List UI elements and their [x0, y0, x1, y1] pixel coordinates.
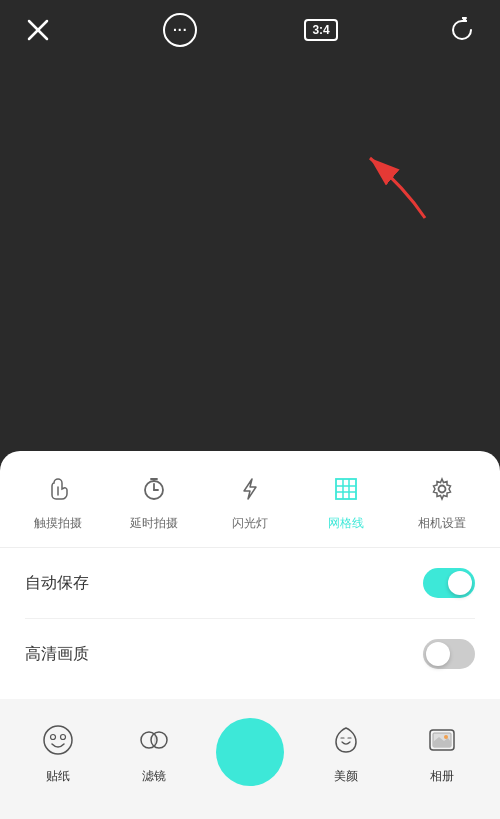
tab-camsettings[interactable]: 相机设置 [394, 471, 490, 532]
ratio-button[interactable]: 3:4 [304, 19, 337, 41]
hd-toggle[interactable] [423, 639, 475, 669]
toolbar-filter[interactable]: 滤镜 [106, 718, 202, 785]
tab-touch-label: 触摸拍摄 [34, 515, 82, 532]
hd-label: 高清画质 [25, 644, 89, 665]
autosave-label: 自动保存 [25, 573, 89, 594]
bottom-toolbar: 贴纸 滤镜 美颜 [0, 699, 500, 819]
settings-content: 自动保存 高清画质 [0, 548, 500, 689]
beauty-label: 美颜 [334, 768, 358, 785]
tab-grid[interactable]: 网格线 [298, 471, 394, 532]
tab-timer[interactable]: 延时拍摄 [106, 471, 202, 532]
hd-knob [426, 642, 450, 666]
album-label: 相册 [430, 768, 454, 785]
sticker-label: 贴纸 [46, 768, 70, 785]
svg-point-24 [444, 735, 448, 739]
touch-icon [40, 471, 76, 507]
tab-camsettings-label: 相机设置 [418, 515, 466, 532]
capture-button[interactable] [216, 718, 284, 786]
beauty-icon [324, 718, 368, 762]
svg-point-14 [44, 726, 72, 754]
svg-point-12 [439, 486, 446, 493]
toolbar-sticker[interactable]: 贴纸 [10, 718, 106, 785]
tab-timer-label: 延时拍摄 [130, 515, 178, 532]
autosave-row: 自动保存 [25, 548, 475, 619]
timer-icon [136, 471, 172, 507]
autosave-knob [448, 571, 472, 595]
tab-flash-label: 闪光灯 [232, 515, 268, 532]
filter-icon [132, 718, 176, 762]
more-button[interactable]: ··· [162, 12, 198, 48]
svg-point-16 [61, 735, 66, 740]
camsettings-icon [424, 471, 460, 507]
tab-grid-label: 网格线 [328, 515, 364, 532]
settings-tabs: 触摸拍摄 延时拍摄 闪光灯 [0, 471, 500, 548]
hd-row: 高清画质 [25, 619, 475, 689]
svg-point-18 [151, 732, 167, 748]
settings-panel: 触摸拍摄 延时拍摄 闪光灯 [0, 451, 500, 699]
filter-label: 滤镜 [142, 768, 166, 785]
toolbar-album[interactable]: 相册 [394, 718, 490, 785]
grid-icon [328, 471, 364, 507]
tab-flash[interactable]: 闪光灯 [202, 471, 298, 532]
toolbar-beauty[interactable]: 美颜 [298, 718, 394, 785]
refresh-button[interactable] [444, 12, 480, 48]
tab-touch[interactable]: 触摸拍摄 [10, 471, 106, 532]
flash-icon [232, 471, 268, 507]
toolbar-capture[interactable] [202, 718, 298, 786]
svg-rect-7 [336, 479, 356, 499]
close-button[interactable] [20, 12, 56, 48]
autosave-toggle[interactable] [423, 568, 475, 598]
sticker-icon [36, 718, 80, 762]
top-bar: ··· 3:4 [0, 0, 500, 60]
svg-point-15 [51, 735, 56, 740]
album-icon [420, 718, 464, 762]
